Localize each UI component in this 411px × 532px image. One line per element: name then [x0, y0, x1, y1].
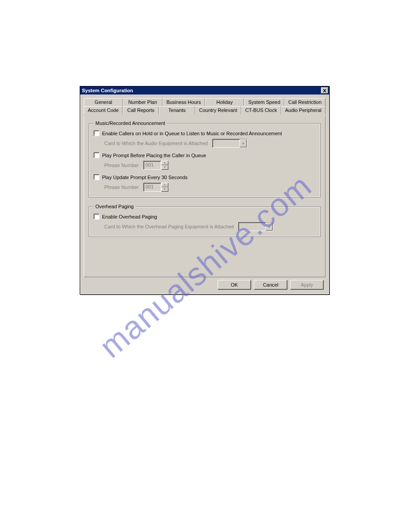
paging-card-combo[interactable]: ▼ [238, 222, 273, 231]
phrase-number-1-spinner[interactable]: 001 ▲ ▼ [143, 161, 168, 170]
audio-card-label: Card to Which the Audio Equipment is Att… [104, 141, 208, 146]
enable-paging-label: Enable Overhead Paging [102, 214, 157, 219]
tab-audio-peripheral[interactable]: Audio Peripheral [281, 106, 325, 115]
phrase-number-1-label: Phrase Number [104, 163, 139, 168]
paging-card-dropdown-icon[interactable]: ▼ [265, 223, 273, 231]
phrase-1-up-icon[interactable]: ▲ [161, 161, 168, 165]
tab-panel-audio-peripheral: Music/Recorded Announcement Enable Calle… [84, 116, 325, 277]
tab-ctbus-clock[interactable]: CT-BUS Clock [241, 106, 281, 115]
tab-row-1: General Number Plan Business Hours Holid… [84, 98, 325, 107]
paging-card-label: Card to Which the Overhead Paging Equipm… [104, 224, 234, 229]
play-prompt-queue-label: Play Prompt Before Placing the Caller in… [102, 153, 206, 158]
audio-card-combo[interactable]: ▼ [212, 139, 247, 148]
tab-tenants[interactable]: Tenants [159, 106, 195, 115]
phrase-number-2-spinner[interactable]: 001 ▲ ▼ [143, 183, 168, 192]
tab-row-2: Account Code Call Reports Tenants Countr… [84, 106, 325, 115]
cancel-button[interactable]: Cancel [254, 280, 287, 290]
titlebar: System Configuration [80, 86, 329, 94]
phrase-number-1-value: 001 [143, 161, 161, 170]
audio-card-dropdown-icon[interactable]: ▼ [240, 139, 247, 147]
tab-call-restriction[interactable]: Call Restriction [284, 98, 325, 107]
tab-system-speed[interactable]: System Speed [244, 98, 284, 107]
enable-music-checkbox[interactable] [94, 130, 99, 136]
overhead-paging-legend: Overhead Paging [94, 204, 136, 209]
close-button[interactable] [321, 87, 328, 94]
apply-button[interactable]: Apply [290, 280, 324, 290]
tab-country-relevant[interactable]: Country Relevant [195, 106, 241, 115]
enable-paging-checkbox[interactable] [94, 214, 99, 219]
music-announcement-group: Music/Recorded Announcement Enable Calle… [89, 120, 321, 197]
enable-music-label: Enable Callers on Hold or in Queue to Li… [102, 131, 282, 136]
dialog-body: General Number Plan Business Hours Holid… [80, 94, 329, 294]
phrase-2-up-icon[interactable]: ▲ [161, 183, 168, 187]
tab-container: General Number Plan Business Hours Holid… [84, 98, 325, 115]
music-announcement-legend: Music/Recorded Announcement [94, 120, 167, 126]
tab-business-hours[interactable]: Business Hours [163, 98, 205, 107]
ok-button[interactable]: OK [218, 280, 251, 290]
overhead-paging-group: Overhead Paging Enable Overhead Paging C… [89, 204, 321, 237]
paging-card-value [239, 223, 265, 231]
phrase-number-2-value: 001 [143, 183, 161, 192]
audio-card-value [213, 139, 240, 147]
tab-call-reports[interactable]: Call Reports [123, 106, 159, 115]
dialog-title: System Configuration [82, 88, 133, 93]
system-config-dialog: System Configuration General Number Plan… [80, 86, 330, 295]
phrase-number-2-label: Phrase Number [104, 184, 139, 190]
tab-number-plan[interactable]: Number Plan [123, 98, 163, 107]
tab-account-code[interactable]: Account Code [84, 106, 123, 115]
tab-holiday[interactable]: Holiday [205, 98, 244, 107]
play-prompt-queue-checkbox[interactable] [94, 152, 99, 158]
phrase-1-down-icon[interactable]: ▼ [161, 165, 168, 170]
play-update-prompt-checkbox[interactable] [94, 174, 99, 180]
play-update-prompt-label: Play Update Prompt Every 30 Seconds [102, 175, 188, 180]
dialog-button-row: OK Cancel Apply [84, 277, 325, 290]
phrase-2-down-icon[interactable]: ▼ [161, 187, 168, 192]
tab-general[interactable]: General [84, 98, 123, 107]
